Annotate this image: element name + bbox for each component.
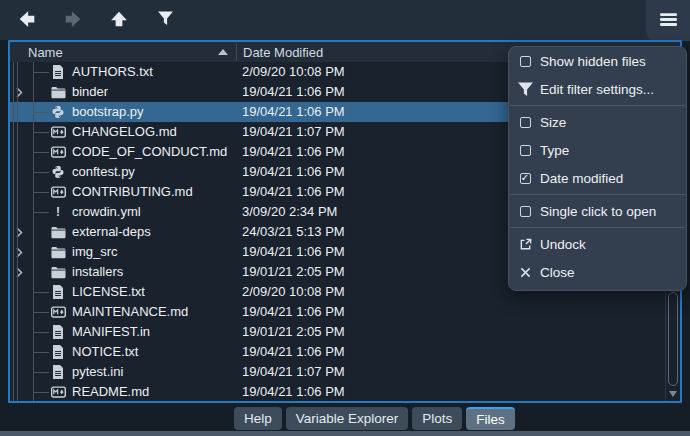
- menu-item-checkbox: [517, 56, 533, 67]
- text-file-icon: [50, 65, 66, 79]
- menu-item-show-hidden-files[interactable]: Show hidden files: [509, 47, 686, 75]
- file-name: CHANGELOG.md: [72, 122, 177, 142]
- filter-files-button[interactable]: [148, 3, 182, 37]
- tree-branch-line: [33, 172, 49, 173]
- file-row[interactable]: MANIFEST.in19/01/21 2:05 PM: [10, 322, 665, 342]
- markdown-file-icon: [50, 185, 66, 199]
- filter-icon: [158, 11, 173, 29]
- file-name: external-deps: [72, 222, 151, 242]
- menu-item-checkbox: [517, 206, 533, 217]
- column-date-label: Date Modified: [243, 45, 323, 60]
- menu-item-edit-filter-settings[interactable]: Edit filter settings...: [509, 75, 686, 103]
- file-date: 2/09/20 10:08 PM: [242, 282, 345, 302]
- scrollbar-thumb[interactable]: [668, 292, 678, 386]
- up-button[interactable]: [102, 3, 136, 37]
- markdown-file-icon: [50, 125, 66, 139]
- close-icon: [517, 267, 533, 278]
- file-name: README.md: [72, 382, 149, 401]
- tree-branch-line: [33, 352, 49, 353]
- scroll-down-icon[interactable]: [669, 391, 677, 397]
- menu-item-size[interactable]: Size: [509, 108, 686, 136]
- file-date: 19/04/21 1:06 PM: [242, 302, 345, 322]
- file-date: 2/09/20 10:08 PM: [242, 62, 345, 82]
- file-name: binder: [72, 82, 108, 102]
- pane-tabbar: HelpVariable ExplorerPlotsFiles: [0, 407, 690, 432]
- file-date: 19/04/21 1:06 PM: [242, 82, 345, 102]
- file-name: img_src: [72, 242, 118, 262]
- markdown-file-icon: [50, 145, 66, 159]
- tree-branch-line: [33, 132, 49, 133]
- file-date: 19/04/21 1:06 PM: [242, 182, 345, 202]
- tree-branch-line: [33, 152, 49, 153]
- toolbar-nav-buttons: [0, 0, 690, 40]
- menu-item-checkbox: [517, 145, 533, 156]
- menu-item-label: Show hidden files: [540, 54, 646, 69]
- text-file-icon: [50, 365, 66, 379]
- menu-item-close[interactable]: Close: [509, 258, 686, 286]
- file-name: MANIFEST.in: [72, 322, 150, 342]
- back-button[interactable]: [10, 3, 44, 37]
- file-row[interactable]: pytest.ini19/04/21 1:07 PM: [10, 362, 665, 382]
- file-date: 19/04/21 1:06 PM: [242, 142, 345, 162]
- file-row[interactable]: NOTICE.txt19/04/21 1:06 PM: [10, 342, 665, 362]
- folder-icon: [50, 225, 66, 239]
- file-name: NOTICE.txt: [72, 342, 138, 362]
- menu-separator: [510, 227, 685, 228]
- file-name: AUTHORS.txt: [72, 62, 153, 82]
- hamburger-icon: [660, 13, 677, 29]
- python-file-icon: [50, 105, 66, 119]
- tab-files[interactable]: Files: [466, 407, 515, 430]
- tab-plots[interactable]: Plots: [412, 407, 462, 430]
- folder-icon: [50, 265, 66, 279]
- menu-separator: [510, 105, 685, 106]
- checkbox-unchecked-icon[interactable]: [520, 206, 531, 217]
- tree-branch-line: [33, 112, 49, 113]
- options-menu-button[interactable]: [646, 0, 690, 41]
- text-file-icon: [50, 345, 66, 359]
- exclamation-file-icon: !: [50, 205, 66, 219]
- files-pane: Name Date Modified AUTHORS.txt2/09/20 10…: [0, 0, 690, 436]
- text-file-icon: [50, 285, 66, 299]
- checkbox-unchecked-icon[interactable]: [520, 117, 531, 128]
- text-file-icon: [50, 325, 66, 339]
- menu-item-label: Type: [540, 143, 569, 158]
- file-row[interactable]: README.md19/04/21 1:06 PM: [10, 382, 665, 401]
- file-name: pytest.ini: [72, 362, 123, 382]
- tab-variable-explorer[interactable]: Variable Explorer: [286, 407, 409, 430]
- menu-separator: [510, 194, 685, 195]
- menu-item-label: Single click to open: [540, 204, 656, 219]
- tree-branch-line: [33, 392, 49, 393]
- folder-icon: [50, 245, 66, 259]
- file-date: 19/04/21 1:07 PM: [242, 362, 345, 382]
- markdown-file-icon: [50, 305, 66, 319]
- tree-branch-line: [33, 312, 49, 313]
- file-row[interactable]: MAINTENANCE.md19/04/21 1:06 PM: [10, 302, 665, 322]
- tree-branch-line: [33, 212, 49, 213]
- menu-item-label: Close: [540, 265, 575, 280]
- checkbox-unchecked-icon[interactable]: [520, 145, 531, 156]
- file-date: 19/04/21 1:06 PM: [242, 242, 345, 262]
- menu-item-single-click-to-open[interactable]: Single click to open: [509, 197, 686, 225]
- checkbox-checked-icon[interactable]: ✓: [520, 173, 531, 184]
- menu-item-type[interactable]: Type: [509, 136, 686, 164]
- tab-help[interactable]: Help: [234, 407, 282, 430]
- menu-item-date-modified[interactable]: ✓Date modified: [509, 164, 686, 192]
- tree-branch-line: [33, 372, 49, 373]
- file-date: 19/01/21 2:05 PM: [242, 262, 345, 282]
- menu-item-label: Edit filter settings...: [540, 82, 654, 97]
- python-file-icon: [50, 165, 66, 179]
- tree-guide-line: [13, 62, 14, 401]
- undock-icon: [517, 238, 533, 251]
- filter-icon: [517, 82, 533, 97]
- file-name: installers: [72, 262, 123, 282]
- folder-icon: [50, 85, 66, 99]
- menu-item-undock[interactable]: Undock: [509, 230, 686, 258]
- forward-button[interactable]: [56, 3, 90, 37]
- file-date: 3/09/20 2:34 PM: [242, 202, 337, 222]
- column-header-name[interactable]: Name: [10, 42, 236, 62]
- sort-ascending-icon: [218, 49, 228, 55]
- arrow-left-icon: [18, 10, 36, 31]
- tree-branch-line: [33, 292, 49, 293]
- tree-guide-line: [17, 62, 18, 401]
- checkbox-unchecked-icon[interactable]: [520, 56, 531, 67]
